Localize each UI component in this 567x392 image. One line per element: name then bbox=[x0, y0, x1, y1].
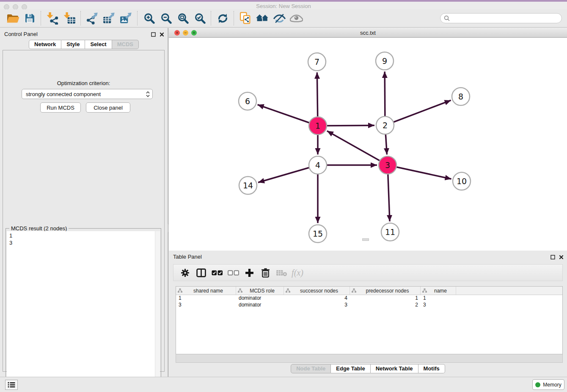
close-panel-icon[interactable] bbox=[160, 31, 164, 39]
svg-text:2: 2 bbox=[383, 121, 388, 130]
task-history-button[interactable] bbox=[5, 380, 18, 390]
tab-mcds[interactable]: MCDS bbox=[112, 40, 139, 49]
column-header-shared-name[interactable]: shared name bbox=[176, 287, 236, 295]
first-neighbors-icon bbox=[256, 14, 269, 23]
node-4[interactable]: 4 bbox=[309, 156, 327, 174]
import-network-icon bbox=[46, 12, 59, 25]
network-window-titlebar[interactable]: × − + scc.txt bbox=[169, 28, 567, 38]
node-2[interactable]: 2 bbox=[376, 116, 394, 134]
cell-name: 1 bbox=[421, 295, 456, 302]
cell-successor-nodes: 3 bbox=[284, 302, 350, 309]
svg-text:3: 3 bbox=[385, 160, 390, 170]
column-label: successor nodes bbox=[300, 288, 338, 294]
table-horizontal-scrollbar[interactable] bbox=[176, 354, 563, 363]
node-6[interactable]: 6 bbox=[239, 92, 256, 110]
edge-3-1[interactable] bbox=[327, 131, 388, 165]
node-7[interactable]: 7 bbox=[308, 53, 326, 71]
table-toolbar: f(x) bbox=[173, 264, 563, 281]
delete-columns-icon bbox=[261, 268, 270, 278]
edge-2-8[interactable] bbox=[385, 100, 451, 125]
open-file-icon bbox=[6, 13, 19, 24]
node-8[interactable]: 8 bbox=[452, 88, 470, 105]
close-panel-button[interactable]: Close panel bbox=[86, 102, 130, 113]
deselect-all-button[interactable] bbox=[225, 265, 241, 280]
node-15[interactable]: 15 bbox=[309, 225, 327, 243]
svg-text:11: 11 bbox=[385, 227, 395, 237]
node-3[interactable]: 3 bbox=[379, 156, 396, 174]
select-all-button[interactable] bbox=[209, 265, 225, 280]
node-14[interactable]: 14 bbox=[239, 177, 257, 194]
tab-node-table[interactable]: Node Table bbox=[291, 364, 331, 373]
node-9[interactable]: 9 bbox=[376, 52, 394, 70]
run-mcds-button[interactable]: Run MCDS bbox=[40, 102, 81, 113]
search-input[interactable] bbox=[452, 15, 558, 22]
open-file-button[interactable] bbox=[4, 11, 21, 26]
tab-edge-table[interactable]: Edge Table bbox=[331, 364, 370, 373]
dropdown-stepper-icon bbox=[146, 91, 150, 97]
tab-select[interactable]: Select bbox=[85, 40, 112, 49]
criterion-value: strongly connected component bbox=[26, 91, 101, 97]
clone-network-button[interactable] bbox=[237, 11, 254, 26]
column-sort-icon bbox=[286, 288, 290, 293]
canvas-drag-handle[interactable] bbox=[362, 238, 369, 241]
column-label: predecessor nodes bbox=[366, 288, 409, 294]
control-panel-header: Control Panel bbox=[0, 28, 168, 40]
search-box[interactable] bbox=[440, 13, 562, 23]
node-1[interactable]: 1 bbox=[309, 117, 327, 135]
zoom-in-button[interactable] bbox=[140, 11, 157, 26]
table-options-button[interactable] bbox=[177, 265, 193, 280]
delete-table-icon bbox=[276, 269, 287, 277]
column-header-mcds-role[interactable]: MCDS role bbox=[236, 287, 284, 295]
import-network-button[interactable] bbox=[44, 11, 61, 26]
table-row[interactable]: 3dominator323 bbox=[176, 302, 562, 309]
float-panel-icon[interactable] bbox=[151, 31, 156, 39]
import-table-button[interactable] bbox=[61, 11, 78, 26]
show-columns-button[interactable] bbox=[193, 265, 209, 280]
export-network-button[interactable] bbox=[84, 11, 101, 26]
tab-network[interactable]: Network bbox=[29, 40, 61, 49]
close-table-panel-icon[interactable] bbox=[559, 254, 564, 261]
delete-table-button[interactable] bbox=[273, 265, 289, 280]
node-11[interactable]: 11 bbox=[381, 223, 399, 241]
cell-name: 3 bbox=[421, 302, 456, 309]
tab-network-table[interactable]: Network Table bbox=[371, 364, 418, 373]
delete-columns-button[interactable] bbox=[257, 265, 273, 280]
node-10[interactable]: 10 bbox=[453, 172, 471, 190]
show-all-button[interactable] bbox=[288, 11, 305, 26]
first-neighbors-button[interactable] bbox=[254, 11, 271, 26]
table-row[interactable]: 1dominator411 bbox=[176, 295, 562, 302]
mcds-result-text[interactable]: 13 bbox=[7, 231, 160, 388]
function-builder-button[interactable]: f(x) bbox=[289, 265, 306, 280]
memory-button[interactable]: Memory bbox=[532, 379, 564, 390]
tab-style[interactable]: Style bbox=[61, 40, 85, 49]
zoom-selected-icon bbox=[194, 13, 206, 24]
refresh-layout-button[interactable] bbox=[214, 11, 231, 26]
export-image-button[interactable] bbox=[118, 11, 135, 26]
main-toolbar-icons bbox=[4, 11, 305, 26]
float-table-panel-icon[interactable] bbox=[550, 254, 555, 261]
column-header-predecessor-nodes[interactable]: predecessor nodes bbox=[350, 287, 421, 295]
hide-selected-button[interactable] bbox=[271, 11, 288, 26]
edge-1-6[interactable] bbox=[258, 105, 318, 126]
zoom-fit-button[interactable] bbox=[174, 11, 191, 26]
function-builder-icon: f(x) bbox=[292, 268, 303, 278]
toolbar-separator bbox=[211, 11, 212, 25]
export-table-button[interactable] bbox=[101, 11, 118, 26]
create-column-button[interactable] bbox=[241, 265, 257, 280]
tab-motifs[interactable]: Motifs bbox=[418, 364, 445, 373]
zoom-out-button[interactable] bbox=[157, 11, 174, 26]
criterion-dropdown[interactable]: strongly connected component bbox=[22, 89, 153, 99]
column-header-name[interactable]: name bbox=[421, 287, 456, 295]
column-header-successor-nodes[interactable]: successor nodes bbox=[284, 287, 350, 295]
zoom-fit-icon bbox=[177, 13, 189, 24]
optimization-criterion-label: Optimization criterion: bbox=[3, 80, 164, 86]
edge-3-10[interactable] bbox=[388, 165, 451, 179]
network-canvas[interactable]: 7968124314101511 bbox=[169, 38, 567, 251]
zoom-selected-button[interactable] bbox=[191, 11, 208, 26]
table-panel-title: Table Panel bbox=[173, 254, 202, 260]
hide-selected-icon bbox=[273, 13, 286, 24]
toolbar-separator bbox=[41, 11, 41, 25]
column-sort-icon bbox=[422, 288, 427, 293]
result-scrollbar[interactable] bbox=[155, 231, 160, 388]
save-session-button[interactable] bbox=[21, 11, 38, 26]
